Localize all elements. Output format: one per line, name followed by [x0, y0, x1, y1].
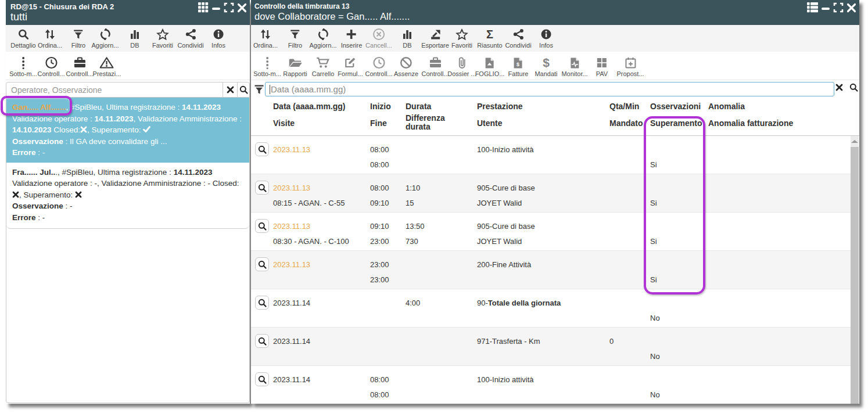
svg-text:$: $	[517, 62, 519, 67]
